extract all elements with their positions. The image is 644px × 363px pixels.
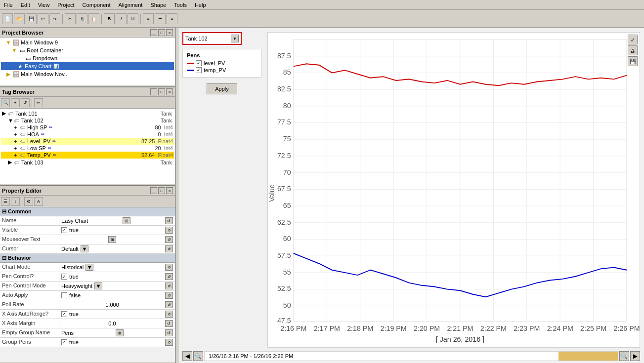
prop-visible-reset[interactable]: ↺ (165, 227, 173, 234)
tree-item-main-window[interactable]: ▼ 🪟 Main Window 9 (1, 39, 174, 46)
prop-xmargin-reset[interactable]: ↺ (165, 320, 173, 327)
xautorange-checkbox[interactable]: ✓ (61, 311, 67, 317)
menu-shape[interactable]: Shape (146, 1, 170, 9)
chart-expand-btn[interactable]: ⤢ (628, 35, 638, 44)
pe-binding-btn[interactable]: ⚙ (24, 197, 33, 206)
prop-emptygroupname-reset[interactable]: ↺ (165, 329, 173, 336)
bold-btn[interactable]: B (104, 13, 115, 24)
new-btn[interactable]: 📄 (2, 13, 13, 24)
menu-file[interactable]: File (0, 1, 17, 9)
italic-btn[interactable]: I (116, 13, 127, 24)
grouppens-checkbox[interactable]: ✓ (61, 339, 67, 345)
pe-font-btn[interactable]: A (34, 197, 43, 206)
prop-pollrate-reset[interactable]: ↺ (165, 301, 173, 308)
timeline-bar[interactable]: 1/26/16 2:16 PM - 1/26/16 2:26 PM (204, 351, 618, 361)
pe-sort-btn[interactable]: ↕ (11, 197, 20, 206)
tb-refresh-btn[interactable]: ↺ (21, 98, 30, 107)
penmode-dropdown[interactable]: ▼ (94, 282, 102, 289)
pe-close-btn[interactable]: × (166, 187, 173, 194)
tag-row-5[interactable]: + 🏷 Low SP ✏ 20 Int4 (1, 145, 174, 152)
apply-button[interactable]: Apply (207, 83, 237, 94)
prop-cursor-row: Cursor Default ▼ ↺ (0, 244, 175, 254)
redo-btn[interactable]: ↪ (49, 13, 60, 24)
autoapply-checkbox[interactable] (61, 292, 67, 298)
undo-btn[interactable]: ↩ (38, 13, 48, 24)
prop-penmode-reset[interactable]: ↺ (165, 282, 173, 289)
tag-row-2[interactable]: + 🏷 High SP ✏ 80 Int4 (1, 124, 174, 131)
prop-xautorange-reset[interactable]: ↺ (165, 311, 173, 318)
tree-item-easy-chart[interactable]: ★ Easy Chart 📊 (1, 62, 174, 70)
menu-component[interactable]: Component (79, 1, 115, 9)
menu-tools[interactable]: Tools (170, 1, 191, 9)
timeline-next-btn[interactable]: ▶ (630, 351, 640, 361)
expand0: ▶ (2, 110, 8, 117)
paste-btn[interactable]: 📋 (88, 13, 99, 24)
tb-edit-btn[interactable]: ✏ (34, 98, 43, 107)
chart-save-btn[interactable]: 💾 (628, 56, 638, 66)
visible-checkbox[interactable]: ✓ (61, 227, 67, 233)
tb-add-btn[interactable]: + (11, 98, 20, 107)
underline-btn[interactable]: U (128, 13, 138, 24)
menu-help[interactable]: Help (191, 1, 210, 9)
tag-row-4[interactable]: + 🏷 Level_PV ✏ 87.25 Float4 (1, 138, 174, 145)
timeline-zoom-in-btn[interactable]: 🔍 (193, 351, 203, 361)
prop-mouseover-edit[interactable]: ⊞ (108, 236, 116, 243)
tree-item-dropdown[interactable]: — ▭ Dropdown (1, 54, 174, 62)
tag-name0: Tank 101 (15, 111, 38, 117)
svg-text:50: 50 (283, 301, 291, 309)
timeline-prev-btn[interactable]: ◀ (182, 351, 192, 361)
tag-row-1[interactable]: ▼ 🏷 Tank 102 Tank (1, 117, 174, 124)
cursor-dropdown[interactable]: ▼ (81, 245, 88, 252)
menu-alignment[interactable]: Alignment (114, 1, 146, 9)
prop-name-edit[interactable]: ⊞ (123, 217, 130, 224)
tag-row-3[interactable]: + 🏷 HOA ✏ 0 Int4 (1, 131, 174, 138)
menu-project[interactable]: Project (53, 1, 78, 9)
prop-mouseover-reset[interactable]: ↺ (165, 236, 173, 243)
prop-cursor-reset[interactable]: ↺ (165, 245, 173, 252)
tag-row-7[interactable]: ▶ 🏷 Tank 103 Tank (1, 159, 174, 166)
prop-chartmode-reset[interactable]: ↺ (165, 264, 173, 271)
pb-min-btn[interactable]: _ (150, 29, 157, 36)
prop-emptygroupname-edit[interactable]: ⊞ (116, 329, 124, 336)
tag-name6: Temp_PV (27, 152, 51, 158)
tb-min-btn[interactable]: _ (150, 88, 157, 95)
tb-dock-btn[interactable]: □ (158, 88, 165, 95)
tree-item-root-container[interactable]: ▼ ▭ Root Container (1, 46, 174, 54)
tag-row-6[interactable]: + 🏷 Temp_PV ✏ 52.64 Float4 (1, 152, 174, 159)
pe-min-btn[interactable]: _ (150, 187, 157, 194)
prop-pencontrol-reset[interactable]: ↺ (165, 273, 173, 280)
prop-autoapply-reset[interactable]: ↺ (165, 292, 173, 299)
copy-btn[interactable]: ⎘ (77, 13, 87, 24)
align-center-btn[interactable]: ☰ (155, 13, 166, 24)
timeline-zoom-out-btn[interactable]: 🔍 (619, 351, 629, 361)
temp-pen-checkbox[interactable]: ✓ (196, 67, 202, 73)
pb-close-btn[interactable]: × (166, 29, 173, 36)
prop-grouppens-reset[interactable]: ↺ (165, 339, 173, 346)
tag-edit5: ✏ (48, 146, 52, 151)
pe-dock-btn[interactable]: □ (158, 187, 165, 194)
chartmode-dropdown[interactable]: ▼ (86, 264, 93, 271)
expand1: ▼ (8, 118, 14, 123)
save-btn[interactable]: 💾 (26, 13, 37, 24)
align-right-btn[interactable]: ≡ (167, 13, 177, 24)
pencontrol-checkbox[interactable]: ✓ (61, 274, 67, 280)
prop-name-reset[interactable]: ↺ (165, 217, 173, 224)
open-btn[interactable]: 📂 (14, 13, 25, 24)
svg-text:47.5: 47.5 (277, 317, 291, 324)
level-pen-checkbox[interactable]: ✓ (196, 60, 202, 66)
tag-name7: Tank 103 (21, 160, 43, 165)
tag-icon5: 🏷 (20, 145, 25, 151)
tree-item-main2[interactable]: ▶ 🪟 Main Window Nov... (1, 70, 174, 78)
tb-close-btn[interactable]: × (166, 88, 173, 95)
pe-list-btn[interactable]: ☰ (1, 197, 10, 206)
menu-view[interactable]: View (34, 1, 54, 9)
align-left-btn[interactable]: ≡ (143, 13, 154, 24)
chart-print-btn[interactable]: 🖨 (628, 45, 638, 55)
tag-row-0[interactable]: ▶ 🏷 Tank 101 Tank (1, 110, 174, 117)
cut-btn[interactable]: ✂ (65, 13, 76, 24)
menu-edit[interactable]: Edit (17, 1, 34, 9)
tb-search-btn[interactable]: 🔍 (1, 98, 10, 107)
tank-dropdown[interactable]: Tank 102 ▼ (182, 32, 242, 45)
pe-toolbar: ☰ ↕ ⚙ A (0, 196, 175, 207)
pb-dock-btn[interactable]: □ (158, 29, 165, 36)
